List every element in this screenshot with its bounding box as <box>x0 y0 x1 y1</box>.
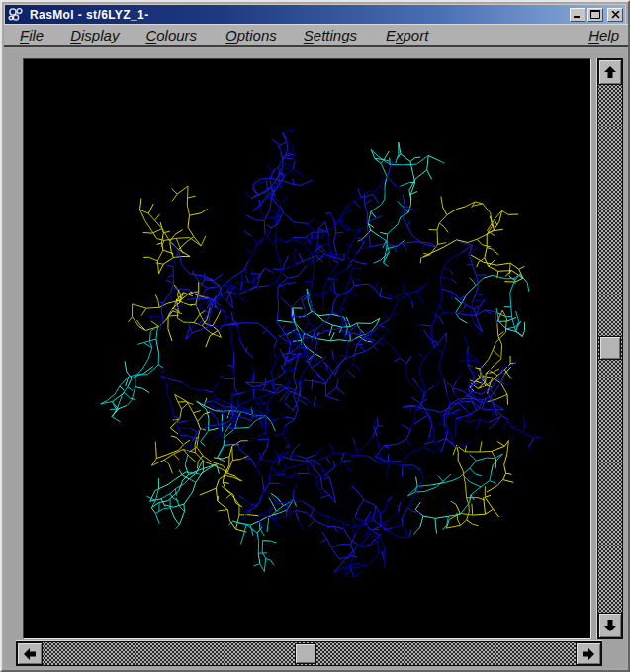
menu-file[interactable]: File <box>20 27 44 43</box>
menu-label-part: O <box>225 27 237 43</box>
scroll-left-button[interactable] <box>17 642 43 665</box>
titlebar[interactable]: RasMol - st/6LYZ_1- <box>5 5 625 24</box>
client-area <box>4 49 626 668</box>
menu-label-part: D <box>70 27 81 43</box>
scroll-up-button[interactable] <box>598 59 622 85</box>
left-arrow-icon <box>23 647 37 661</box>
up-arrow-icon <box>603 65 617 79</box>
menu-options[interactable]: Options <box>225 27 277 43</box>
vertical-scrollbar[interactable] <box>597 58 623 639</box>
menu-label-part: ile <box>29 27 44 43</box>
menu-label-part: elp <box>599 27 619 43</box>
menu-label-part: ettings <box>314 27 357 43</box>
horizontal-scrollbar-thumb[interactable] <box>295 643 316 664</box>
scroll-down-button[interactable] <box>598 613 622 638</box>
scroll-right-button[interactable] <box>576 642 601 665</box>
rasmol-molecule-icon[interactable] <box>8 7 25 22</box>
maximize-icon <box>590 10 600 19</box>
close-icon <box>611 11 620 19</box>
menu-label-part: S <box>304 27 314 43</box>
window-title: RasMol - st/6LYZ_1- <box>30 8 568 22</box>
minimize-button[interactable] <box>570 8 585 22</box>
right-arrow-icon <box>582 647 595 661</box>
molecule-wireframe <box>24 59 590 638</box>
menu-settings[interactable]: Settings <box>304 27 357 43</box>
menu-label-part: E <box>386 27 396 43</box>
menu-label-part: F <box>20 27 29 43</box>
minimize-icon <box>573 10 583 19</box>
menu-label-part: C <box>145 27 156 43</box>
menu-label-part: port <box>404 27 429 43</box>
molecule-viewport[interactable] <box>23 58 591 639</box>
horizontal-scrollbar[interactable] <box>16 641 602 666</box>
close-button[interactable] <box>607 8 623 22</box>
menu-label-part: ptions <box>237 27 277 43</box>
maximize-button[interactable] <box>587 8 603 22</box>
menu-label-part: x <box>396 27 404 43</box>
menu-help[interactable]: Help <box>588 27 619 43</box>
menu-display[interactable]: Display <box>70 27 119 43</box>
vertical-scrollbar-thumb[interactable] <box>599 336 621 360</box>
menubar: File Display Colours Options Settings Ex… <box>4 24 630 47</box>
menu-label-part: isplay <box>81 27 119 43</box>
menu-export[interactable]: Export <box>386 27 428 43</box>
rasmol-window: RasMol - st/6LYZ_1- File Display Colours… <box>0 0 630 672</box>
menu-label-part: olours <box>156 27 197 43</box>
menu-colours[interactable]: Colours <box>145 27 197 43</box>
menu-label-part: H <box>588 27 599 43</box>
down-arrow-icon <box>603 619 617 632</box>
